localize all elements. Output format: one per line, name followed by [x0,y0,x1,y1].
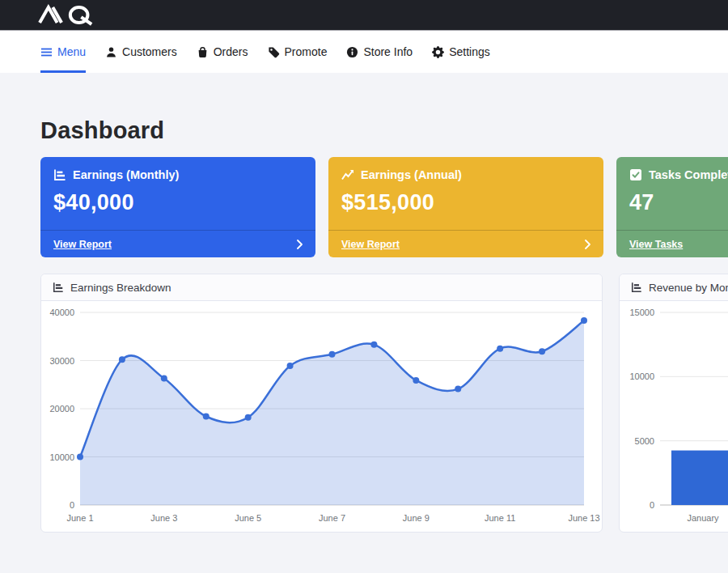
main-content: Dashboard Earnings (Monthly) $40,000 Vie… [0,117,728,533]
bag-icon [197,46,209,58]
view-report-link[interactable]: View Report [53,239,112,250]
panel-header: Revenue by Month [620,274,728,301]
svg-text:20000: 20000 [49,404,74,414]
panel-header: Earnings Breakdown [41,274,602,301]
info-icon [346,46,358,58]
card-earnings-annual: Earnings (Annual) $515,000 View Report [328,157,603,257]
stat-cards-row: Earnings (Monthly) $40,000 View Report E [40,157,728,257]
svg-text:June 11: June 11 [485,513,515,523]
nav-item-label: Customers [122,45,177,58]
line-chart-area: 010000200003000040000June 1June 3June 5J… [41,301,602,533]
nav-item-label: Orders [214,45,248,58]
svg-text:40000: 40000 [49,308,74,317]
earnings-breakdown-panel: Earnings Breakdown 010000200003000040000… [40,274,603,533]
view-report-link[interactable]: View Report [341,239,400,250]
nav-item-store-info[interactable]: Store Info [346,31,413,73]
card-title: Earnings (Monthly) [73,168,179,181]
bar-chart-icon [53,282,64,293]
earnings-line-chart: 010000200003000040000June 1June 3June 5J… [41,301,603,533]
nav-item-promote[interactable]: Promote [268,31,328,73]
svg-text:June 9: June 9 [403,513,430,523]
tag-icon [268,46,280,58]
svg-text:10000: 10000 [49,452,74,462]
person-icon [105,46,117,58]
card-earnings-monthly: Earnings (Monthly) $40,000 View Report [40,157,315,257]
hamburger-icon [40,46,53,58]
revenue-bar-chart: 050001000015000January [620,301,728,533]
main-navbar: Menu Customers Orders Promote Store Info [0,31,728,73]
svg-text:June 13: June 13 [568,513,599,523]
view-tasks-link[interactable]: View Tasks [629,239,683,250]
svg-text:15000: 15000 [629,308,654,317]
gear-icon [432,46,444,58]
panel-title: Revenue by Month [649,282,728,294]
card-title: Earnings (Annual) [361,168,462,181]
svg-text:30000: 30000 [49,356,74,366]
svg-text:June 7: June 7 [319,513,345,523]
chevron-right-icon[interactable] [297,240,303,249]
check-square-icon [629,168,642,181]
panel-title: Earnings Breakdown [70,282,171,294]
card-tasks-completed: Tasks Completed 47 View Tasks [616,157,728,257]
chevron-right-icon[interactable] [585,240,590,249]
svg-text:June 5: June 5 [235,513,261,523]
line-chart-icon [341,168,354,181]
nav-item-settings[interactable]: Settings [432,31,490,73]
nav-item-label: Menu [57,45,86,58]
bar-chart-icon [631,282,642,293]
bar-chart-icon [53,168,66,181]
svg-text:June 1: June 1 [66,513,93,523]
svg-text:5000: 5000 [635,436,654,446]
card-value: 47 [629,190,728,215]
AQ-logo [36,4,102,26]
nav-item-orders[interactable]: Orders [197,31,248,73]
card-value: $515,000 [341,190,590,215]
nav-item-menu[interactable]: Menu [40,31,86,73]
nav-item-customers[interactable]: Customers [105,31,177,73]
topbar [0,0,728,31]
nav-item-label: Settings [449,45,490,58]
svg-text:0: 0 [650,500,654,510]
nav-item-label: Store Info [363,45,413,58]
chart-panels-row: Earnings Breakdown 010000200003000040000… [40,274,728,533]
svg-text:10000: 10000 [629,371,654,381]
svg-text:June 3: June 3 [150,513,177,523]
svg-text:January: January [687,513,719,523]
nav-item-label: Promote [285,45,328,58]
svg-text:0: 0 [70,500,74,510]
bar-chart-area: 050001000015000January [620,301,728,533]
page-title: Dashboard [40,117,728,144]
revenue-by-month-panel: Revenue by Month 050001000015000January [619,274,728,533]
card-title: Tasks Completed [649,168,728,181]
card-value: $40,000 [53,190,303,215]
